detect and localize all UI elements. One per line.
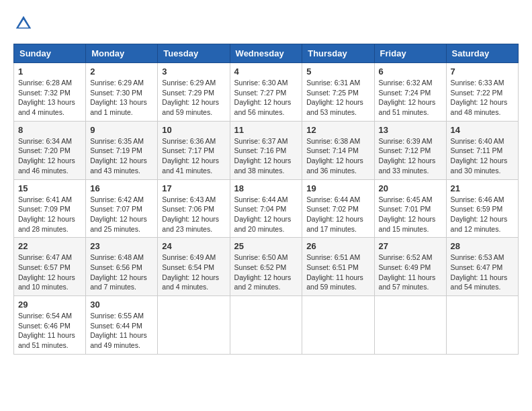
weekday-header: Thursday — [302, 44, 374, 63]
calendar-cell: 24Sunrise: 6:49 AMSunset: 6:54 PMDayligh… — [158, 238, 230, 296]
calendar-table: SundayMondayTuesdayWednesdayThursdayFrid… — [13, 44, 519, 355]
calendar-week-row: 22Sunrise: 6:47 AMSunset: 6:57 PMDayligh… — [14, 238, 519, 296]
calendar-week-row: 1Sunrise: 6:28 AMSunset: 7:32 PMDaylight… — [14, 63, 519, 122]
calendar-cell: 19Sunrise: 6:44 AMSunset: 7:02 PMDayligh… — [302, 179, 374, 238]
weekday-header: Sunday — [14, 44, 86, 63]
calendar-cell: 8Sunrise: 6:34 AMSunset: 7:20 PMDaylight… — [14, 121, 86, 179]
calendar-week-row: 8Sunrise: 6:34 AMSunset: 7:20 PMDaylight… — [14, 121, 519, 179]
calendar-week-row: 15Sunrise: 6:41 AMSunset: 7:09 PMDayligh… — [14, 179, 519, 238]
calendar-cell — [302, 296, 374, 355]
day-content: Sunrise: 6:42 AMSunset: 7:07 PMDaylight:… — [90, 195, 153, 234]
day-number: 28 — [451, 241, 514, 251]
day-content: Sunrise: 6:38 AMSunset: 7:14 PMDaylight:… — [306, 136, 369, 176]
calendar-cell — [446, 296, 518, 355]
day-content: Sunrise: 6:47 AMSunset: 6:57 PMDaylight:… — [18, 253, 81, 292]
day-content: Sunrise: 6:50 AMSunset: 6:52 PMDaylight:… — [234, 253, 298, 292]
calendar-week-row: 29Sunrise: 6:54 AMSunset: 6:46 PMDayligh… — [14, 296, 519, 355]
day-number: 2 — [90, 66, 153, 77]
day-content: Sunrise: 6:48 AMSunset: 6:56 PMDaylight:… — [90, 253, 153, 292]
day-number: 17 — [162, 183, 225, 193]
day-content: Sunrise: 6:54 AMSunset: 6:46 PMDaylight:… — [18, 311, 81, 351]
day-number: 21 — [451, 183, 514, 193]
day-content: Sunrise: 6:55 AMSunset: 6:44 PMDaylight:… — [90, 311, 153, 351]
calendar-cell: 9Sunrise: 6:35 AMSunset: 7:19 PMDaylight… — [86, 121, 158, 179]
day-number: 1 — [18, 66, 81, 77]
calendar-cell: 21Sunrise: 6:46 AMSunset: 6:59 PMDayligh… — [446, 179, 518, 238]
day-number: 24 — [162, 241, 225, 251]
calendar-cell: 16Sunrise: 6:42 AMSunset: 7:07 PMDayligh… — [86, 179, 158, 238]
day-content: Sunrise: 6:39 AMSunset: 7:12 PMDaylight:… — [379, 136, 442, 176]
calendar-cell: 28Sunrise: 6:53 AMSunset: 6:47 PMDayligh… — [446, 238, 518, 296]
day-content: Sunrise: 6:45 AMSunset: 7:01 PMDaylight:… — [379, 195, 442, 234]
day-number: 13 — [379, 125, 442, 135]
weekday-header: Friday — [374, 44, 446, 63]
day-content: Sunrise: 6:34 AMSunset: 7:20 PMDaylight:… — [18, 136, 81, 176]
day-content: Sunrise: 6:32 AMSunset: 7:24 PMDaylight:… — [379, 78, 442, 118]
weekday-header: Saturday — [446, 44, 518, 63]
day-content: Sunrise: 6:49 AMSunset: 6:54 PMDaylight:… — [162, 253, 225, 292]
weekday-header: Tuesday — [158, 44, 230, 63]
day-number: 4 — [234, 66, 298, 77]
day-content: Sunrise: 6:40 AMSunset: 7:11 PMDaylight:… — [451, 136, 514, 176]
day-number: 18 — [234, 183, 298, 193]
logo-icon — [13, 13, 34, 34]
calendar-cell: 2Sunrise: 6:29 AMSunset: 7:30 PMDaylight… — [86, 63, 158, 122]
day-number: 15 — [18, 183, 81, 193]
day-content: Sunrise: 6:36 AMSunset: 7:17 PMDaylight:… — [162, 136, 225, 176]
calendar-cell: 30Sunrise: 6:55 AMSunset: 6:44 PMDayligh… — [86, 296, 158, 355]
weekday-header: Wednesday — [230, 44, 302, 63]
day-number: 9 — [90, 125, 153, 135]
day-content: Sunrise: 6:43 AMSunset: 7:06 PMDaylight:… — [162, 195, 225, 234]
calendar-cell — [230, 296, 302, 355]
calendar-cell: 12Sunrise: 6:38 AMSunset: 7:14 PMDayligh… — [302, 121, 374, 179]
calendar-cell: 18Sunrise: 6:44 AMSunset: 7:04 PMDayligh… — [230, 179, 302, 238]
day-content: Sunrise: 6:52 AMSunset: 6:49 PMDaylight:… — [379, 253, 442, 292]
day-number: 23 — [90, 241, 153, 251]
day-number: 30 — [90, 300, 153, 310]
day-number: 22 — [18, 241, 81, 251]
calendar-cell: 27Sunrise: 6:52 AMSunset: 6:49 PMDayligh… — [374, 238, 446, 296]
day-number: 26 — [306, 241, 369, 251]
day-number: 20 — [379, 183, 442, 193]
day-content: Sunrise: 6:44 AMSunset: 7:04 PMDaylight:… — [234, 195, 298, 234]
calendar-cell — [158, 296, 230, 355]
page-header — [13, 13, 519, 34]
day-number: 19 — [306, 183, 369, 193]
calendar-cell: 13Sunrise: 6:39 AMSunset: 7:12 PMDayligh… — [374, 121, 446, 179]
day-number: 10 — [162, 125, 225, 135]
day-content: Sunrise: 6:44 AMSunset: 7:02 PMDaylight:… — [306, 195, 369, 234]
day-content: Sunrise: 6:29 AMSunset: 7:30 PMDaylight:… — [90, 78, 153, 118]
calendar-cell: 14Sunrise: 6:40 AMSunset: 7:11 PMDayligh… — [446, 121, 518, 179]
day-number: 12 — [306, 125, 369, 135]
day-content: Sunrise: 6:46 AMSunset: 6:59 PMDaylight:… — [451, 195, 514, 234]
day-number: 25 — [234, 241, 298, 251]
day-content: Sunrise: 6:30 AMSunset: 7:27 PMDaylight:… — [234, 78, 298, 118]
day-content: Sunrise: 6:35 AMSunset: 7:19 PMDaylight:… — [90, 136, 153, 176]
calendar-cell: 23Sunrise: 6:48 AMSunset: 6:56 PMDayligh… — [86, 238, 158, 296]
day-number: 3 — [162, 66, 225, 77]
day-content: Sunrise: 6:29 AMSunset: 7:29 PMDaylight:… — [162, 78, 225, 118]
calendar-cell: 17Sunrise: 6:43 AMSunset: 7:06 PMDayligh… — [158, 179, 230, 238]
calendar-cell: 20Sunrise: 6:45 AMSunset: 7:01 PMDayligh… — [374, 179, 446, 238]
day-number: 27 — [379, 241, 442, 251]
calendar-header-row: SundayMondayTuesdayWednesdayThursdayFrid… — [14, 44, 519, 63]
day-content: Sunrise: 6:33 AMSunset: 7:22 PMDaylight:… — [451, 78, 514, 118]
logo — [13, 13, 36, 34]
weekday-header: Monday — [86, 44, 158, 63]
calendar-cell — [374, 296, 446, 355]
day-number: 16 — [90, 183, 153, 193]
calendar-cell: 22Sunrise: 6:47 AMSunset: 6:57 PMDayligh… — [14, 238, 86, 296]
calendar-cell: 11Sunrise: 6:37 AMSunset: 7:16 PMDayligh… — [230, 121, 302, 179]
day-content: Sunrise: 6:41 AMSunset: 7:09 PMDaylight:… — [18, 195, 81, 234]
day-content: Sunrise: 6:28 AMSunset: 7:32 PMDaylight:… — [18, 78, 81, 118]
day-content: Sunrise: 6:51 AMSunset: 6:51 PMDaylight:… — [306, 253, 369, 292]
day-number: 11 — [234, 125, 298, 135]
day-content: Sunrise: 6:31 AMSunset: 7:25 PMDaylight:… — [306, 78, 369, 118]
calendar-cell: 29Sunrise: 6:54 AMSunset: 6:46 PMDayligh… — [14, 296, 86, 355]
calendar-cell: 25Sunrise: 6:50 AMSunset: 6:52 PMDayligh… — [230, 238, 302, 296]
day-number: 14 — [451, 125, 514, 135]
day-content: Sunrise: 6:37 AMSunset: 7:16 PMDaylight:… — [234, 136, 298, 176]
day-number: 29 — [18, 300, 81, 310]
calendar-cell: 26Sunrise: 6:51 AMSunset: 6:51 PMDayligh… — [302, 238, 374, 296]
day-number: 6 — [379, 66, 442, 77]
